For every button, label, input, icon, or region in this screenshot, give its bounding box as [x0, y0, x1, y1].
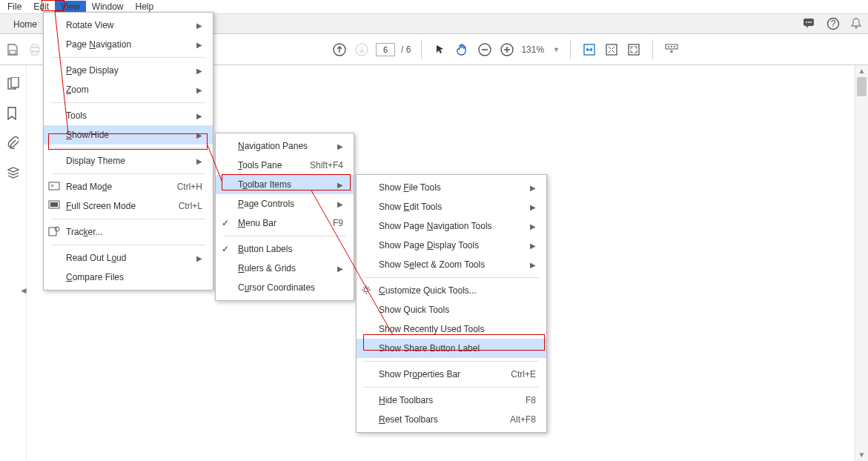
tracker-icon: [48, 226, 60, 238]
menuitem-read-out-loud[interactable]: Read Out Loud▶: [44, 248, 213, 268]
menuitem-show-file-tools[interactable]: Show File Tools▶: [357, 178, 546, 197]
svg-rect-8: [10, 50, 16, 54]
menuitem-full-screen[interactable]: Full Screen ModeCtrl+L: [44, 196, 213, 216]
menuitem-zoom[interactable]: Zoom▶: [44, 80, 213, 99]
menuitem-rotate-view[interactable]: Rotate View▶: [44, 16, 213, 35]
menuitem-label: Show Properties Bar: [379, 369, 493, 379]
fullscreen-icon[interactable]: [626, 42, 642, 58]
scroll-down-icon[interactable]: ▼: [855, 449, 868, 461]
more-tools-icon[interactable]: [663, 42, 680, 58]
zoom-out-icon[interactable]: [477, 42, 493, 58]
menuitem-reset-toolbars[interactable]: Reset ToolbarsAlt+F8: [357, 410, 546, 429]
hand-pan-icon[interactable]: [454, 42, 471, 58]
scroll-thumb[interactable]: [857, 77, 867, 96]
toolbar-separator: [652, 40, 653, 59]
svg-rect-27: [11, 77, 19, 87]
menuitem-hide-toolbars[interactable]: Hide ToolbarsF8: [357, 391, 546, 410]
menuitem-toolbar-items[interactable]: Toolbar Items▶: [216, 175, 354, 194]
layers-icon[interactable]: [7, 166, 20, 179]
scrollbar[interactable]: ▲ ▼: [855, 65, 868, 461]
view-menu: Rotate View▶ Page Navigation▶ Page Displ…: [43, 12, 213, 291]
page-number-input[interactable]: [376, 43, 395, 56]
menuitem-tracker[interactable]: Tracker...: [44, 222, 213, 242]
thumbnails-icon[interactable]: [7, 77, 20, 90]
menu-help[interactable]: Help: [130, 1, 160, 13]
menuitem-label: Tracker...: [66, 227, 202, 237]
tab-home[interactable]: Home: [6, 16, 44, 33]
menuitem-label: Show Page Navigation Tools: [379, 221, 512, 231]
menu-separator: [51, 219, 205, 219]
page-down-icon[interactable]: [354, 42, 370, 58]
zoom-dropdown-icon[interactable]: ▼: [553, 46, 560, 53]
menuitem-show-quick-tools[interactable]: Show Quick Tools: [357, 300, 546, 319]
menuitem-label: Show Recently Used Tools: [379, 324, 536, 334]
bookmark-icon[interactable]: [7, 107, 20, 120]
menu-separator: [364, 387, 539, 388]
menuitem-label: Display Theme: [66, 156, 179, 166]
fit-width-icon[interactable]: [581, 42, 597, 58]
menuitem-shortcut: Shift+F4: [310, 160, 343, 170]
submenu-arrow-icon: ▶: [196, 157, 202, 165]
zoom-value[interactable]: 131%: [521, 44, 544, 55]
menuitem-page-navigation[interactable]: Page Navigation▶: [44, 35, 213, 54]
menuitem-show-select-zoom-tools[interactable]: Show Select & Zoom Tools▶: [357, 255, 546, 274]
menuitem-tools[interactable]: Tools▶: [44, 106, 213, 125]
menu-window[interactable]: Window: [86, 1, 130, 13]
menu-edit-label: Edit: [33, 1, 49, 12]
menu-separator: [51, 147, 205, 148]
menuitem-show-edit-tools[interactable]: Show Edit Tools▶: [357, 197, 546, 216]
svg-point-23: [668, 46, 669, 47]
menuitem-show-page-display-tools[interactable]: Show Page Display Tools▶: [357, 236, 546, 255]
menu-separator: [51, 102, 205, 103]
menuitem-label: Tools Pane: [238, 160, 292, 170]
menuitem-show-recently-used-tools[interactable]: Show Recently Used Tools: [357, 319, 546, 339]
menuitem-show-page-nav-tools[interactable]: Show Page Navigation Tools▶: [357, 216, 546, 236]
menuitem-label: Compare Files: [66, 272, 202, 282]
toolbar-items-menu: Show File Tools▶ Show Edit Tools▶ Show P…: [356, 174, 547, 433]
menu-separator: [364, 361, 539, 362]
menuitem-navigation-panes[interactable]: Navigation Panes▶: [216, 136, 354, 156]
menuitem-tools-pane[interactable]: Tools PaneShift+F4: [216, 156, 354, 175]
menuitem-menu-bar[interactable]: ✓Menu BarF9: [216, 213, 354, 233]
menuitem-shortcut: Ctrl+H: [177, 182, 202, 192]
scroll-up-icon[interactable]: ▲: [855, 65, 868, 77]
submenu-arrow-icon: ▶: [337, 181, 343, 189]
menuitem-button-labels[interactable]: ✓Button Labels: [216, 239, 354, 259]
help-icon[interactable]: ?: [826, 17, 840, 30]
menu-separator: [223, 236, 346, 236]
menuitem-page-display[interactable]: Page Display▶: [44, 61, 213, 80]
menuitem-rulers-grids[interactable]: Rulers & Grids▶: [216, 259, 354, 278]
gear-icon: [361, 285, 373, 296]
menuitem-cursor-coordinates[interactable]: Cursor Coordinates: [216, 278, 354, 297]
menuitem-label: Button Labels: [238, 244, 343, 254]
menu-file[interactable]: File: [1, 1, 27, 13]
menu-edit[interactable]: Edit: [27, 1, 55, 13]
print-icon[interactable]: [27, 42, 43, 58]
selection-arrow-icon[interactable]: [432, 42, 448, 58]
menuitem-compare-files[interactable]: Compare Files: [44, 268, 213, 287]
menuitem-shortcut: Ctrl+E: [511, 369, 536, 379]
menuitem-show-share-button-label[interactable]: Show Share Button Label: [357, 339, 546, 358]
menuitem-show-hide[interactable]: Show/Hide▶: [44, 125, 213, 145]
page-up-icon[interactable]: [331, 42, 348, 58]
submenu-arrow-icon: ▶: [530, 203, 536, 211]
menuitem-read-mode[interactable]: Read ModeCtrl+H: [44, 177, 213, 196]
menuitem-show-properties-bar[interactable]: Show Properties BarCtrl+E: [357, 365, 546, 384]
svg-point-32: [55, 227, 59, 231]
fit-page-icon[interactable]: [603, 42, 620, 58]
menu-view[interactable]: View: [55, 1, 86, 13]
sidebar-collapse-icon[interactable]: ◄: [19, 285, 27, 297]
attachment-icon[interactable]: [7, 136, 20, 150]
menuitem-label: Show Share Button Label: [379, 343, 536, 354]
submenu-arrow-icon: ▶: [196, 254, 202, 262]
svg-point-25: [674, 46, 675, 47]
bell-icon[interactable]: [850, 17, 862, 30]
comment-icon[interactable]: [803, 18, 816, 30]
menuitem-page-controls[interactable]: Page Controls▶: [216, 194, 354, 213]
zoom-in-icon[interactable]: [499, 42, 515, 58]
menuitem-display-theme[interactable]: Display Theme▶: [44, 151, 213, 170]
submenu-arrow-icon: ▶: [337, 265, 343, 273]
submenu-arrow-icon: ▶: [196, 131, 202, 139]
menuitem-customize-quick-tools[interactable]: Customize Quick Tools...: [357, 281, 546, 300]
save-icon[interactable]: [4, 42, 21, 58]
